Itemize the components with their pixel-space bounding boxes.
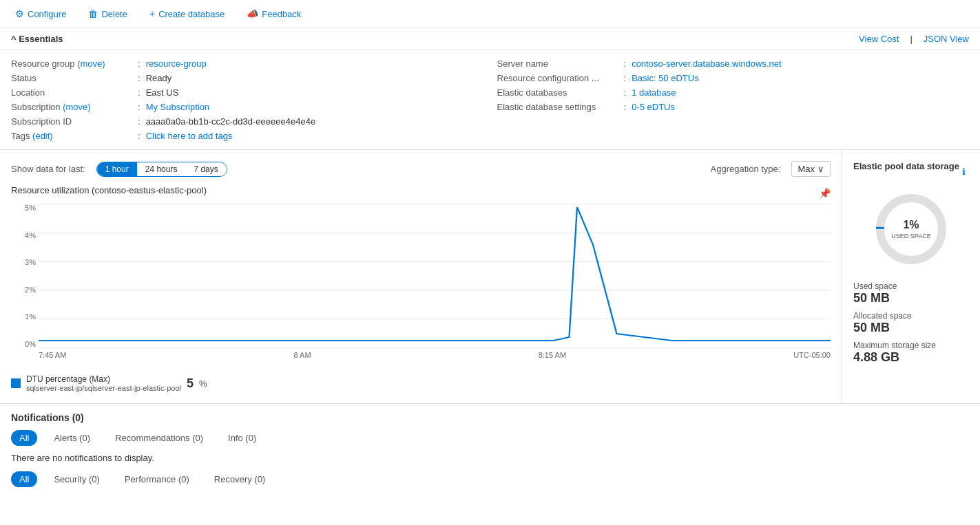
configure-button[interactable]: ⚙ Configure — [11, 6, 70, 22]
create-database-label: Create database — [158, 9, 225, 19]
feedback-button[interactable]: 📣 Feedback — [242, 6, 305, 22]
configure-label: Configure — [28, 9, 66, 19]
essentials-header: ^ Essentials View Cost | JSON View — [0, 28, 980, 50]
used-space-value: 50 MB — [853, 291, 969, 306]
storage-info-icon[interactable]: ℹ — [962, 167, 966, 177]
chart-svg — [39, 204, 831, 347]
subscription-value[interactable]: My Subscription — [146, 102, 209, 112]
chart-controls: Show data for last: 1 hour 24 hours 7 da… — [11, 161, 831, 177]
feedback-icon: 📣 — [247, 8, 258, 19]
elastic-settings-row: Elastic database settings : 0-5 eDTUs — [497, 102, 970, 112]
allocated-space-label: Allocated space — [853, 311, 969, 321]
legend-color-swatch — [11, 378, 21, 388]
chart-container: 5% 4% 3% 2% 1% 0% — [11, 204, 831, 369]
main-content: Show data for last: 1 hour 24 hours 7 da… — [0, 150, 980, 403]
max-storage-label: Maximum storage size — [853, 341, 969, 350]
tags-row: Tags (edit) : Click here to add tags — [11, 131, 483, 141]
server-name-row: Server name : contoso-server.database.wi… — [497, 58, 970, 69]
health-tab-all[interactable]: All — [11, 471, 37, 487]
delete-label: Delete — [101, 9, 127, 19]
chart-title: Resource utilization (contoso-eastus-ela… — [11, 185, 207, 195]
no-notifications-text: There are no notifications to display. — [11, 453, 969, 463]
status-row: Status : Ready — [11, 73, 483, 83]
used-space-label: Used space — [853, 281, 969, 291]
chart-plot — [39, 204, 831, 348]
legend-name: DTU percentage (Max) — [26, 374, 181, 384]
notif-tab-recommendations[interactable]: Recommendations (0) — [107, 430, 211, 446]
subscription-move-link[interactable]: (move) — [63, 102, 90, 112]
tags-edit-link[interactable]: (edit) — [32, 131, 53, 141]
health-tab-security[interactable]: Security (0) — [45, 471, 107, 487]
create-icon: + — [149, 8, 155, 19]
donut-pct-label: USED SPACE — [891, 233, 930, 239]
notif-tab-all[interactable]: All — [11, 430, 37, 446]
chart-legend: DTU percentage (Max) sqlserver-east-jp/s… — [11, 374, 831, 392]
show-data-label: Show data for last: — [11, 164, 85, 174]
max-storage-value: 4.88 GB — [853, 350, 969, 365]
donut-pct: 1% — [891, 219, 930, 231]
health-tab-performance[interactable]: Performance (0) — [116, 471, 198, 487]
resource-group-move-link[interactable]: (move) — [77, 58, 105, 69]
storage-title: Elastic pool data storage — [853, 161, 959, 171]
chart-x-axis: 7:45 AM 8 AM 8:15 AM UTC-05:00 — [39, 348, 831, 369]
time-btn-7days[interactable]: 7 days — [185, 162, 226, 176]
essentials-title: ^ Essentials — [11, 34, 63, 44]
location-row: Location : East US — [11, 87, 483, 98]
legend-unit: % — [199, 378, 207, 389]
tags-value[interactable]: Click here to add tags — [146, 131, 233, 141]
storage-stats: Used space 50 MB Allocated space 50 MB M… — [853, 281, 969, 365]
view-cost-link[interactable]: View Cost — [859, 34, 899, 44]
create-database-button[interactable]: + Create database — [145, 6, 229, 22]
chart-area: Show data for last: 1 hour 24 hours 7 da… — [0, 150, 842, 403]
notifications-title: Notifications (0) — [11, 412, 969, 423]
notif-tab-alerts[interactable]: Alerts (0) — [45, 430, 98, 446]
notif-tabs: All Alerts (0) Recommendations (0) Info … — [11, 430, 969, 446]
essentials-right-col: Server name : contoso-server.database.wi… — [497, 58, 970, 141]
allocated-space-value: 50 MB — [853, 321, 969, 335]
elastic-settings-value[interactable]: 0-5 eDTUs — [632, 102, 675, 112]
chart-y-axis: 5% 4% 3% 2% 1% 0% — [11, 204, 39, 348]
resource-group-value[interactable]: resource-group — [146, 58, 207, 69]
resource-config-value[interactable]: Basic: 50 eDTUs — [632, 73, 699, 83]
health-tabs: All Security (0) Performance (0) Recover… — [11, 471, 969, 487]
donut-container: 1% USED SPACE — [870, 188, 952, 270]
aggregation-select[interactable]: Max ∨ — [791, 161, 831, 177]
time-btn-24hours[interactable]: 24 hours — [137, 162, 186, 176]
subscription-id-row: Subscription ID : aaaa0a0a-bb1b-cc2c-dd3… — [11, 116, 483, 127]
health-tab-recovery[interactable]: Recovery (0) — [206, 471, 273, 487]
legend-value: 5 — [187, 376, 194, 391]
resource-config-row: Resource configuration ... : Basic: 50 e… — [497, 73, 970, 83]
legend-info: DTU percentage (Max) sqlserver-east-jp/s… — [26, 374, 181, 392]
pin-icon[interactable]: 📌 — [819, 188, 831, 199]
time-btn-1hour[interactable]: 1 hour — [97, 162, 137, 176]
storage-panel: Elastic pool data storage ℹ 1% USED SPAC… — [842, 150, 980, 403]
notif-tab-info[interactable]: Info (0) — [220, 430, 264, 446]
aggregation-label: Aggregation type: — [711, 164, 781, 174]
essentials-actions: View Cost | JSON View — [859, 34, 969, 44]
elastic-databases-row: Elastic databases : 1 database — [497, 87, 970, 98]
subscription-row: Subscription (move) : My Subscription — [11, 102, 483, 112]
donut-text: 1% USED SPACE — [891, 219, 930, 239]
resource-group-row: Resource group (move) : resource-group — [11, 58, 483, 69]
server-name-value[interactable]: contoso-server.database.windows.net — [632, 58, 782, 69]
configure-icon: ⚙ — [15, 8, 24, 19]
time-buttons: 1 hour 24 hours 7 days — [96, 162, 227, 177]
elastic-databases-value[interactable]: 1 database — [632, 87, 676, 98]
delete-icon: 🗑 — [88, 8, 98, 19]
delete-button[interactable]: 🗑 Delete — [84, 6, 132, 22]
toolbar: ⚙ Configure 🗑 Delete + Create database 📣… — [0, 0, 980, 28]
essentials-body: Resource group (move) : resource-group S… — [0, 50, 980, 150]
json-view-link[interactable]: JSON View — [924, 34, 969, 44]
essentials-left-col: Resource group (move) : resource-group S… — [11, 58, 483, 141]
feedback-label: Feedback — [262, 9, 301, 19]
notifications-section: Notifications (0) All Alerts (0) Recomme… — [0, 403, 980, 495]
legend-series: sqlserver-east-jp/sqlserver-east-jp-elas… — [26, 384, 181, 392]
